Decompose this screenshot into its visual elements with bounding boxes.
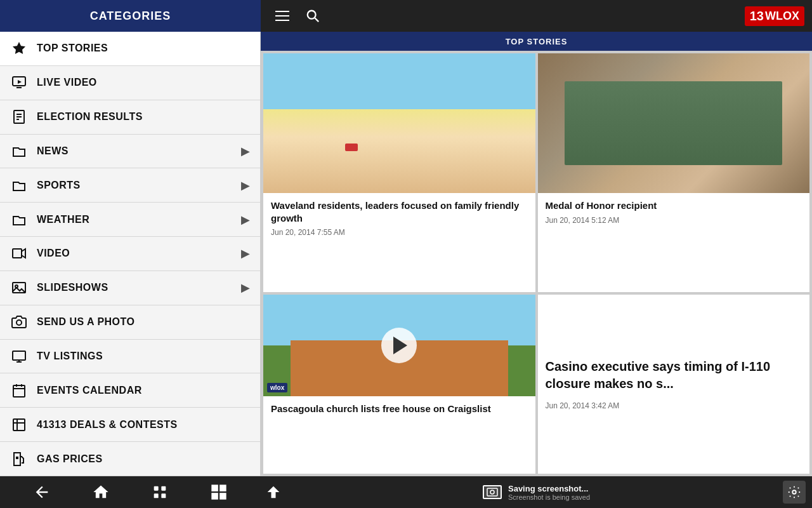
svg-rect-29 bbox=[154, 493, 159, 498]
toast-main: Saving screenshot... bbox=[508, 484, 590, 493]
sidebar-item-label: TOP STORIES bbox=[37, 43, 250, 54]
sidebar-item-top-stories[interactable]: TOP STORIES bbox=[0, 32, 260, 66]
svg-marker-4 bbox=[18, 80, 22, 84]
news-card-church[interactable]: wlox Pascagoula church lists free house … bbox=[263, 295, 535, 474]
svg-rect-33 bbox=[212, 493, 217, 498]
news-card-title: Waveland residents, leaders focused on f… bbox=[271, 199, 528, 224]
svg-point-14 bbox=[16, 320, 22, 325]
sidebar-item-tv-listings[interactable]: TV LISTINGS bbox=[0, 340, 260, 374]
menu-button[interactable] bbox=[268, 2, 296, 30]
news-card-medal[interactable]: Medal of Honor recipient Jun 20, 2014 5:… bbox=[538, 53, 810, 292]
sidebar-item-send-photo[interactable]: SEND US A PHOTO bbox=[0, 305, 260, 340]
news-card-date: Jun 20, 2014 5:12 AM bbox=[546, 216, 802, 225]
svg-rect-31 bbox=[212, 486, 217, 491]
svg-marker-2 bbox=[13, 42, 25, 54]
sidebar-item-election-results[interactable]: ELECTION RESULTS bbox=[0, 100, 260, 135]
svg-point-36 bbox=[490, 490, 494, 494]
sidebar-item-label: 41313 DEALS & CONTESTS bbox=[37, 419, 250, 431]
categories-label: CATEGORIES bbox=[90, 10, 171, 23]
photo-icon bbox=[10, 279, 28, 297]
wlox-badge: wlox bbox=[267, 383, 287, 392]
news-card-title: Casino executive says timing of I-110 cl… bbox=[546, 358, 802, 392]
svg-rect-22 bbox=[13, 419, 25, 431]
home-icon bbox=[92, 483, 110, 501]
svg-rect-27 bbox=[154, 486, 159, 491]
play-icon bbox=[10, 74, 28, 91]
news-card-casino[interactable]: Casino executive says timing of I-110 cl… bbox=[538, 295, 810, 474]
top-bar: CATEGORIES 13 WLOX bbox=[0, 0, 812, 32]
sidebar-item-events[interactable]: EVENTS CALENDAR bbox=[0, 373, 260, 408]
news-card-title: Medal of Honor recipient bbox=[546, 199, 802, 212]
sidebar-item-label: SEND US A PHOTO bbox=[37, 316, 250, 328]
tv-icon bbox=[10, 347, 28, 365]
sidebar-item-label: LIVE VIDEO bbox=[37, 77, 250, 88]
svg-rect-18 bbox=[13, 385, 25, 397]
svg-point-0 bbox=[308, 11, 316, 19]
sidebar-item-live-video[interactable]: LIVE VIDEO bbox=[0, 66, 260, 100]
camera-icon bbox=[10, 313, 28, 331]
back-icon bbox=[33, 483, 51, 501]
folder-icon bbox=[10, 211, 28, 229]
bottom-nav-left bbox=[0, 479, 261, 505]
news-panel: TOP STORIES Waveland residents, leaders … bbox=[261, 32, 812, 476]
sidebar-item-gas[interactable]: GAS PRICES bbox=[0, 442, 260, 476]
svg-point-37 bbox=[792, 490, 796, 494]
sidebar-item-sports[interactable]: SPORTS ▶ bbox=[0, 168, 260, 203]
document-icon bbox=[10, 108, 28, 126]
news-card-image-waveland bbox=[263, 53, 535, 193]
logo-number: 13 bbox=[750, 9, 764, 23]
categories-header: CATEGORIES bbox=[0, 0, 261, 32]
hamburger-icon bbox=[275, 11, 289, 21]
news-panel-header: TOP STORIES bbox=[261, 32, 812, 51]
play-button[interactable] bbox=[381, 328, 417, 363]
calendar-icon bbox=[10, 382, 28, 399]
recent-button[interactable] bbox=[147, 479, 173, 505]
chevron-right-icon: ▶ bbox=[241, 178, 250, 192]
sidebar-item-label: VIDEO bbox=[37, 248, 241, 259]
news-panel-title: TOP STORIES bbox=[506, 37, 568, 46]
svg-rect-35 bbox=[487, 488, 497, 496]
grid-button[interactable] bbox=[206, 479, 232, 505]
settings-icon bbox=[787, 485, 801, 499]
news-card-image-medal bbox=[538, 53, 810, 193]
deals-icon bbox=[10, 416, 28, 434]
bottom-bar: Saving screenshot... Screenshot is being… bbox=[0, 476, 812, 508]
news-card-image-church: wlox bbox=[263, 295, 535, 396]
sidebar-item-news[interactable]: NEWS ▶ bbox=[0, 135, 260, 169]
chevron-right-icon: ▶ bbox=[241, 144, 250, 158]
sidebar: TOP STORIES LIVE VIDEO ELECTION RESULTS … bbox=[0, 32, 261, 476]
svg-rect-10 bbox=[13, 249, 22, 258]
settings-button[interactable] bbox=[783, 481, 806, 504]
chevron-right-icon: ▶ bbox=[241, 246, 250, 260]
star-icon bbox=[10, 39, 28, 57]
chevron-right-icon: ▶ bbox=[241, 213, 250, 227]
wlox-logo: 13 WLOX bbox=[745, 6, 804, 26]
logo-area: 13 WLOX bbox=[745, 6, 804, 26]
news-grid: Waveland residents, leaders focused on f… bbox=[261, 51, 812, 476]
grid-icon bbox=[210, 483, 228, 501]
screenshot-icon bbox=[483, 485, 502, 499]
sidebar-item-deals[interactable]: 41313 DEALS & CONTESTS bbox=[0, 408, 260, 442]
sidebar-item-weather[interactable]: WEATHER ▶ bbox=[0, 203, 260, 237]
news-card-waveland[interactable]: Waveland residents, leaders focused on f… bbox=[263, 53, 535, 292]
sidebar-item-slideshows[interactable]: SLIDESHOWS ▶ bbox=[0, 271, 260, 305]
news-card-body-church: Pascagoula church lists free house on Cr… bbox=[263, 396, 535, 474]
screenshot-toast: Saving screenshot... Screenshot is being… bbox=[286, 484, 812, 501]
recent-icon bbox=[151, 483, 169, 501]
sidebar-item-label: EVENTS CALENDAR bbox=[37, 385, 250, 396]
search-button[interactable] bbox=[299, 2, 327, 30]
up-button[interactable] bbox=[261, 479, 286, 505]
folder-icon bbox=[10, 142, 28, 160]
play-triangle-icon bbox=[393, 337, 407, 354]
svg-rect-32 bbox=[220, 486, 225, 491]
chevron-right-icon: ▶ bbox=[241, 281, 250, 295]
back-button[interactable] bbox=[29, 479, 55, 505]
sidebar-item-label: NEWS bbox=[37, 145, 241, 157]
sidebar-item-label: TV LISTINGS bbox=[37, 351, 250, 362]
sidebar-item-video[interactable]: VIDEO ▶ bbox=[0, 237, 260, 271]
app-header: 13 WLOX bbox=[261, 0, 812, 32]
search-icon bbox=[306, 9, 320, 23]
home-button[interactable] bbox=[88, 479, 114, 505]
gas-icon bbox=[10, 450, 28, 468]
beach-thumbnail bbox=[263, 53, 535, 193]
